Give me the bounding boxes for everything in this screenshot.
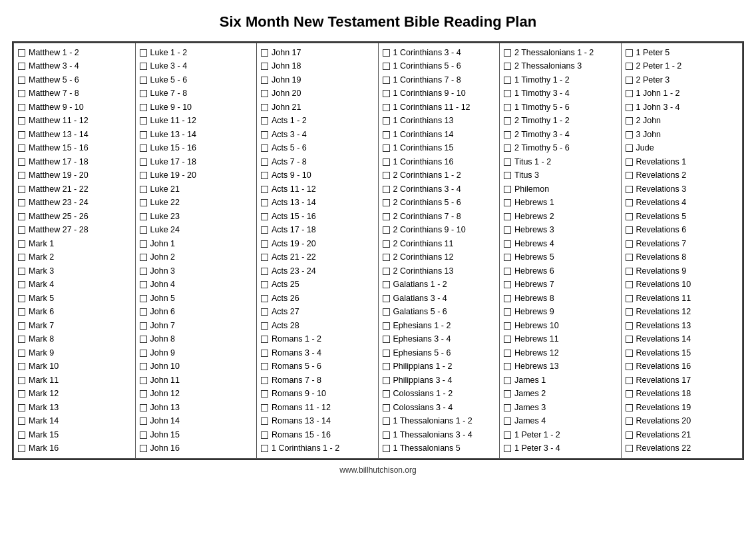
list-item[interactable]: Matthew 17 - 18 [18, 155, 131, 169]
list-item[interactable]: Matthew 23 - 24 [18, 196, 131, 210]
list-item[interactable]: James 4 [504, 415, 617, 429]
checkbox-icon[interactable] [18, 404, 25, 411]
list-item[interactable]: Colossians 3 - 4 [383, 401, 496, 415]
checkbox-icon[interactable] [261, 172, 268, 179]
list-item[interactable]: Romans 11 - 12 [261, 401, 374, 415]
list-item[interactable]: John 6 [140, 306, 253, 320]
list-item[interactable]: Romans 3 - 4 [261, 346, 374, 360]
list-item[interactable]: John 5 [140, 292, 253, 306]
checkbox-icon[interactable] [140, 308, 147, 316]
list-item[interactable]: Hebrews 7 [504, 278, 617, 292]
list-item[interactable]: Mark 12 [18, 388, 131, 402]
checkbox-icon[interactable] [18, 63, 25, 70]
list-item[interactable]: Matthew 25 - 26 [18, 210, 131, 224]
checkbox-icon[interactable] [261, 350, 268, 357]
list-item[interactable]: Ephesians 5 - 6 [383, 346, 496, 360]
checkbox-icon[interactable] [383, 308, 390, 316]
list-item[interactable]: 2 Corinthians 1 - 2 [383, 169, 496, 183]
list-item[interactable]: James 1 [504, 374, 617, 388]
list-item[interactable]: John 1 [140, 237, 253, 251]
checkbox-icon[interactable] [383, 431, 390, 439]
checkbox-icon[interactable] [261, 363, 268, 370]
list-item[interactable]: Revelations 10 [626, 278, 739, 292]
list-item[interactable]: Luke 3 - 4 [140, 60, 253, 74]
checkbox-icon[interactable] [18, 49, 25, 57]
checkbox-icon[interactable] [504, 322, 511, 330]
checkbox-icon[interactable] [626, 336, 633, 343]
checkbox-icon[interactable] [504, 49, 511, 57]
checkbox-icon[interactable] [140, 336, 147, 343]
list-item[interactable]: Hebrews 4 [504, 237, 617, 251]
list-item[interactable]: Revelations 13 [626, 319, 739, 333]
checkbox-icon[interactable] [140, 104, 147, 111]
checkbox-icon[interactable] [261, 226, 268, 234]
checkbox-icon[interactable] [261, 77, 268, 84]
list-item[interactable]: Romans 9 - 10 [261, 388, 374, 402]
checkbox-icon[interactable] [261, 308, 268, 316]
checkbox-icon[interactable] [18, 417, 25, 425]
list-item[interactable]: Revelations 8 [626, 251, 739, 265]
checkbox-icon[interactable] [383, 158, 390, 166]
list-item[interactable]: 2 Corinthians 5 - 6 [383, 196, 496, 210]
checkbox-icon[interactable] [383, 63, 390, 70]
list-item[interactable]: Luke 9 - 10 [140, 101, 253, 115]
list-item[interactable]: Hebrews 8 [504, 292, 617, 306]
list-item[interactable]: Revelations 9 [626, 264, 739, 278]
checkbox-icon[interactable] [18, 350, 25, 357]
checkbox-icon[interactable] [383, 186, 390, 193]
list-item[interactable]: 2 Timothy 3 - 4 [504, 128, 617, 142]
checkbox-icon[interactable] [504, 117, 511, 125]
checkbox-icon[interactable] [18, 308, 25, 316]
checkbox-icon[interactable] [261, 404, 268, 411]
checkbox-icon[interactable] [261, 199, 268, 206]
checkbox-icon[interactable] [140, 281, 147, 288]
checkbox-icon[interactable] [140, 377, 147, 384]
checkbox-icon[interactable] [383, 226, 390, 234]
checkbox-icon[interactable] [504, 226, 511, 234]
list-item[interactable]: Revelations 14 [626, 333, 739, 347]
list-item[interactable]: Hebrews 3 [504, 224, 617, 238]
checkbox-icon[interactable] [18, 240, 25, 248]
checkbox-icon[interactable] [18, 90, 25, 97]
list-item[interactable]: 1 Corinthians 9 - 10 [383, 87, 496, 101]
list-item[interactable]: Mark 4 [18, 278, 131, 292]
list-item[interactable]: Matthew 1 - 2 [18, 46, 131, 60]
checkbox-icon[interactable] [383, 336, 390, 343]
list-item[interactable]: Revelations 12 [626, 306, 739, 320]
checkbox-icon[interactable] [504, 63, 511, 70]
checkbox-icon[interactable] [504, 131, 511, 138]
list-item[interactable]: Acts 9 - 10 [261, 169, 374, 183]
list-item[interactable]: Mark 5 [18, 292, 131, 306]
checkbox-icon[interactable] [626, 254, 633, 261]
list-item[interactable]: 1 Corinthians 14 [383, 128, 496, 142]
checkbox-icon[interactable] [140, 144, 147, 152]
checkbox-icon[interactable] [261, 254, 268, 261]
list-item[interactable]: Mark 6 [18, 306, 131, 320]
checkbox-icon[interactable] [140, 131, 147, 138]
list-item[interactable]: 1 Peter 5 [626, 46, 739, 60]
list-item[interactable]: Matthew 19 - 20 [18, 169, 131, 183]
checkbox-icon[interactable] [626, 295, 633, 302]
list-item[interactable]: Philippians 1 - 2 [383, 360, 496, 374]
checkbox-icon[interactable] [383, 104, 390, 111]
list-item[interactable]: Mark 14 [18, 415, 131, 429]
list-item[interactable]: 2 Thessalonians 3 [504, 60, 617, 74]
list-item[interactable]: Romans 15 - 16 [261, 428, 374, 442]
checkbox-icon[interactable] [626, 117, 633, 125]
list-item[interactable]: 1 John 1 - 2 [626, 87, 739, 101]
checkbox-icon[interactable] [626, 350, 633, 357]
checkbox-icon[interactable] [18, 268, 25, 275]
list-item[interactable]: John 2 [140, 251, 253, 265]
checkbox-icon[interactable] [383, 240, 390, 248]
checkbox-icon[interactable] [504, 350, 511, 357]
list-item[interactable]: Philippians 3 - 4 [383, 374, 496, 388]
list-item[interactable]: Luke 19 - 20 [140, 169, 253, 183]
checkbox-icon[interactable] [140, 322, 147, 330]
list-item[interactable]: John 20 [261, 87, 374, 101]
checkbox-icon[interactable] [18, 158, 25, 166]
checkbox-icon[interactable] [18, 363, 25, 370]
checkbox-icon[interactable] [626, 431, 633, 439]
checkbox-icon[interactable] [18, 226, 25, 234]
list-item[interactable]: Revelations 1 [626, 155, 739, 169]
list-item[interactable]: Revelations 2 [626, 169, 739, 183]
